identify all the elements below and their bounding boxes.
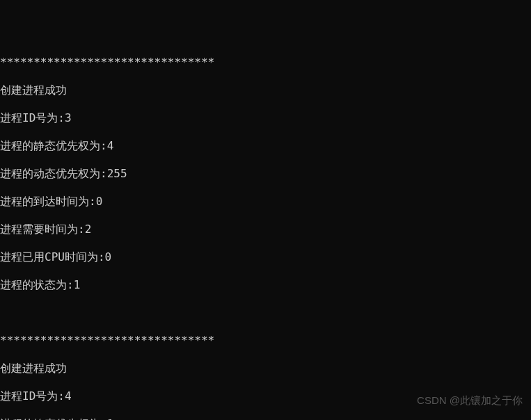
blank-line: [0, 306, 531, 320]
arrival-time-line: 进程的到达时间为:0: [0, 195, 531, 209]
label: 进程ID号为:: [0, 389, 65, 403]
success-msg: 创建进程成功: [0, 83, 531, 97]
value: 0: [105, 250, 112, 264]
label: 进程的静态优先权为:: [0, 139, 107, 152]
value: 1: [74, 278, 81, 291]
value: 4: [65, 389, 72, 403]
dynamic-priority-line: 进程的动态优先权为:255: [0, 167, 531, 181]
value: 4: [107, 139, 114, 152]
label: 进程已用CPU时间为:: [0, 250, 105, 264]
label: 进程需要时间为:: [0, 223, 85, 236]
status-line: 进程的状态为:1: [0, 278, 531, 292]
separator-line: ********************************: [0, 56, 531, 70]
value: 255: [107, 167, 127, 180]
static-priority-line: 进程的静态优先权为:1: [0, 417, 531, 420]
label: 进程ID号为:: [0, 111, 65, 124]
label: 进程的状态为:: [0, 278, 74, 291]
csdn-watermark: CSDN @此镶加之于你: [417, 394, 523, 407]
separator-line: ********************************: [0, 334, 531, 348]
value: 2: [85, 223, 92, 236]
label: 进程的到达时间为:: [0, 195, 96, 208]
need-time-line: 进程需要时间为:2: [0, 223, 531, 236]
value: 1: [107, 417, 114, 420]
value: 0: [96, 195, 103, 208]
label: 进程的静态优先权为:: [0, 417, 107, 420]
static-priority-line: 进程的静态优先权为:4: [0, 139, 531, 153]
cpu-time-line: 进程已用CPU时间为:0: [0, 250, 531, 264]
pid-line: 进程ID号为:3: [0, 111, 531, 125]
success-msg: 创建进程成功: [0, 362, 531, 375]
label: 进程的动态优先权为:: [0, 167, 107, 180]
value: 3: [65, 111, 72, 124]
